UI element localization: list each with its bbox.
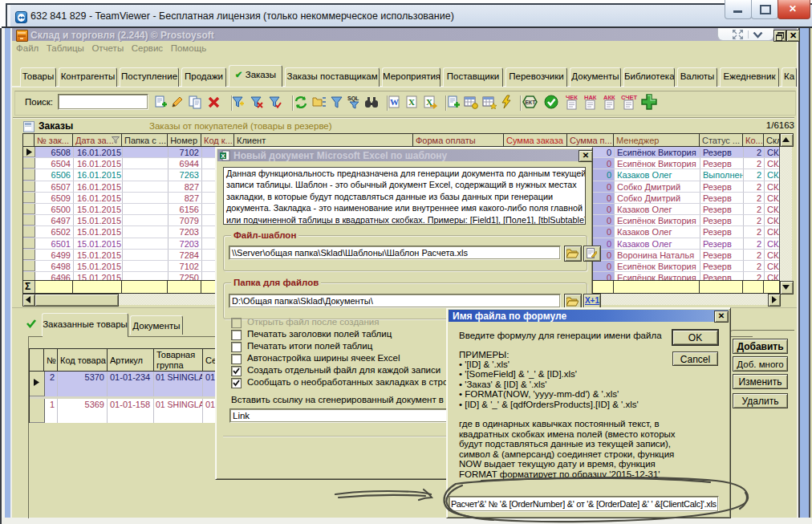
svg-text:W: W — [390, 97, 399, 107]
svg-text:X: X — [408, 97, 415, 107]
svg-text:SQL: SQL — [347, 95, 359, 102]
svg-text:ЕКТ: ЕКТ — [525, 100, 536, 105]
svg-text:X: X — [221, 152, 225, 160]
